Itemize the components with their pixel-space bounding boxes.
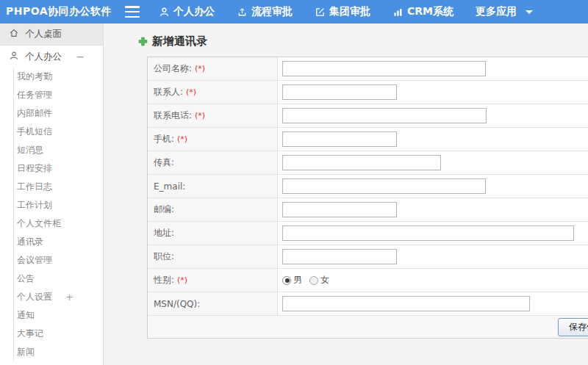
user-icon — [9, 51, 19, 63]
sidebar-item-file-cabinet[interactable]: 个人文件柜 — [14, 214, 103, 233]
nav-more-apps[interactable]: 更多应用 — [476, 5, 533, 18]
expand-icon[interactable]: + — [65, 288, 74, 306]
sidebar-item-task-management[interactable]: 任务管理 — [14, 86, 103, 104]
sidebar: 个人桌面 个人办公 − 我的考勤 任务管理 内部邮件 手机短信 短消息 日程安排… — [0, 24, 104, 365]
email-input[interactable] — [282, 178, 486, 194]
sidebar-item-sms[interactable]: 手机短信 — [14, 123, 103, 141]
upload-icon — [237, 7, 248, 18]
edit-icon — [315, 7, 326, 18]
nav-process-approval[interactable]: 流程审批 — [237, 5, 293, 18]
form-row-email: E_mail: — [148, 175, 588, 198]
gender-male-radio[interactable] — [282, 276, 291, 285]
form-row-mobile: 手机: (*) — [148, 128, 588, 151]
form-row-company: 公司名称: (*) — [148, 57, 588, 81]
required-mark: (*) — [195, 64, 205, 73]
company-name-input[interactable] — [282, 61, 486, 76]
field-label: 邮编: — [154, 203, 174, 216]
form-row-phone: 联系电话: (*) — [148, 104, 588, 128]
sidebar-item-personal-settings[interactable]: 个人设置 + — [14, 288, 103, 306]
field-label: 职位: — [154, 250, 174, 263]
sidebar-item-short-message[interactable]: 短消息 — [14, 141, 103, 159]
sidebar-item-internal-mail[interactable]: 内部邮件 — [14, 104, 103, 123]
add-icon — [138, 37, 148, 46]
sidebar-item-news[interactable]: 新闻 — [14, 343, 103, 361]
field-label: E_mail: — [154, 181, 185, 192]
sidebar-submenu: 我的考勤 任务管理 内部邮件 手机短信 短消息 日程安排 工作日志 工作计划 个… — [13, 68, 103, 361]
sidebar-item-label: 个人桌面 — [25, 28, 62, 40]
field-label: 手机: — [154, 133, 174, 145]
gender-female-radio[interactable] — [309, 276, 318, 285]
form-row-msn-qq: MSN/(QQ): — [148, 292, 588, 316]
mobile-input[interactable] — [282, 131, 397, 147]
nav-crm-system[interactable]: CRM系统 — [392, 5, 453, 18]
form-row-address: 地址: — [148, 222, 588, 245]
main-content: 新增通讯录 公司名称: (*) 联系人: (*) 联系电话: (*) — [104, 24, 588, 365]
sidebar-item-schedule[interactable]: 日程安排 — [14, 159, 103, 178]
sidebar-item-work-log[interactable]: 工作日志 — [14, 178, 103, 196]
required-mark: (*) — [177, 134, 187, 144]
field-label: 性别: — [154, 274, 174, 286]
msn-qq-input[interactable] — [282, 296, 530, 311]
postcode-input[interactable] — [282, 202, 397, 217]
bar-chart-icon — [392, 7, 404, 18]
sidebar-item-label: 个人设置 — [17, 292, 52, 302]
gender-male-label: 男 — [293, 274, 302, 286]
address-input[interactable] — [282, 225, 574, 241]
sidebar-item-personal-office[interactable]: 个人办公 − — [0, 46, 103, 68]
nav-label: 集团审批 — [329, 5, 370, 18]
field-label: 传真: — [154, 156, 174, 169]
add-contact-form: 公司名称: (*) 联系人: (*) 联系电话: (*) 手机: (*) — [147, 57, 588, 339]
contact-person-input[interactable] — [282, 84, 397, 100]
nav-personal-office[interactable]: 个人办公 — [159, 5, 215, 18]
page-title-text: 新增通讯录 — [152, 35, 207, 48]
required-mark: (*) — [195, 111, 205, 120]
caret-down-icon — [526, 10, 533, 14]
form-row-position: 职位: — [148, 245, 588, 269]
field-label: 联系人: — [154, 86, 183, 98]
required-mark: (*) — [177, 275, 187, 285]
required-mark: (*) — [186, 87, 196, 97]
phone-input[interactable] — [282, 108, 487, 123]
form-footer: 保存信息 — [148, 316, 588, 338]
form-row-fax: 传真: — [148, 151, 588, 175]
sidebar-item-desktop[interactable]: 个人桌面 — [0, 24, 103, 46]
field-label: 公司名称: — [154, 62, 192, 75]
home-icon — [9, 28, 19, 40]
position-input[interactable] — [282, 249, 397, 264]
fax-input[interactable] — [282, 155, 441, 170]
sidebar-item-contacts[interactable]: 通讯录 — [14, 233, 103, 251]
gender-female-label: 女 — [320, 274, 329, 286]
field-label: MSN/(QQ): — [154, 299, 200, 309]
sidebar-item-meeting-management[interactable]: 会议管理 — [14, 251, 103, 270]
nav-label: 流程审批 — [251, 5, 293, 18]
nav-label: 个人办公 — [173, 5, 215, 18]
app-logo: PHPOA协同办公软件 — [0, 5, 125, 18]
collapse-icon[interactable]: − — [76, 51, 85, 62]
nav-label: CRM系统 — [407, 5, 453, 18]
sidebar-item-notice[interactable]: 通知 — [14, 306, 103, 325]
nav-label: 更多应用 — [476, 5, 517, 18]
top-navbar: PHPOA协同办公软件 个人办公 流程审批 — [0, 0, 588, 24]
sidebar-item-label: 个人办公 — [25, 51, 62, 63]
user-icon — [159, 7, 170, 18]
form-row-contact-person: 联系人: (*) — [148, 81, 588, 104]
form-row-gender: 性别: (*) 男 女 — [148, 269, 588, 292]
menu-icon[interactable] — [125, 6, 140, 18]
top-nav: 个人办公 流程审批 集团审批 — [159, 5, 533, 18]
field-label: 地址: — [154, 227, 174, 239]
sidebar-item-my-attendance[interactable]: 我的考勤 — [14, 68, 103, 86]
save-button[interactable]: 保存信息 — [558, 318, 588, 336]
form-row-postcode: 邮编: — [148, 198, 588, 222]
nav-group-approval[interactable]: 集团审批 — [315, 5, 370, 18]
sidebar-item-work-plan[interactable]: 工作计划 — [14, 196, 103, 214]
sidebar-item-announcement[interactable]: 公告 — [14, 270, 103, 288]
sidebar-item-milestones[interactable]: 大事记 — [14, 325, 103, 343]
field-label: 联系电话: — [154, 109, 192, 122]
page-title: 新增通讯录 — [138, 35, 588, 48]
